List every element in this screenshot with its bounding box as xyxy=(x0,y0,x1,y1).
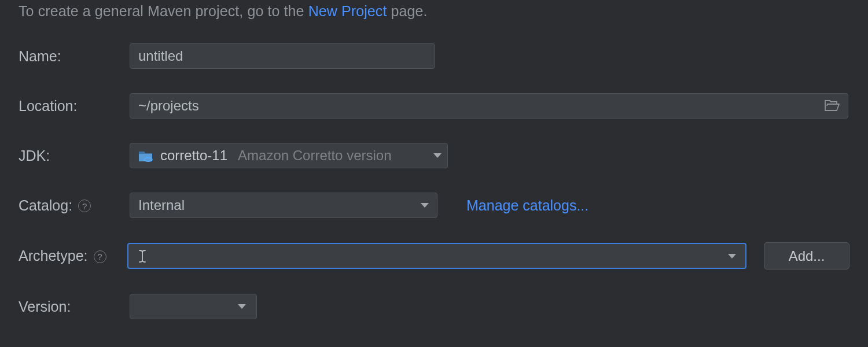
catalog-label: Catalog: ? xyxy=(19,197,130,214)
version-label: Version: xyxy=(19,298,130,315)
help-icon[interactable]: ? xyxy=(78,200,91,212)
chevron-down-icon xyxy=(421,203,429,208)
archetype-label: Archetype: ? xyxy=(19,248,127,264)
intro-text: To create a general Maven project, go to… xyxy=(19,1,849,21)
jdk-label: JDK: xyxy=(19,147,130,164)
catalog-dropdown[interactable]: Internal xyxy=(130,193,437,218)
location-input[interactable] xyxy=(130,93,848,119)
chevron-down-icon xyxy=(238,304,246,309)
add-button[interactable]: Add... xyxy=(764,242,849,270)
folder-open-icon[interactable] xyxy=(825,99,840,112)
version-dropdown[interactable] xyxy=(130,294,257,319)
manage-catalogs-link[interactable]: Manage catalogs... xyxy=(466,197,589,214)
intro-after: page. xyxy=(387,3,428,19)
intro-before: To create a general Maven project, go to… xyxy=(19,3,308,19)
jdk-folder-icon xyxy=(138,149,153,162)
help-icon[interactable]: ? xyxy=(94,250,106,263)
archetype-dropdown[interactable] xyxy=(127,243,746,269)
name-input[interactable] xyxy=(130,43,435,69)
location-input-text[interactable] xyxy=(138,98,825,114)
catalog-value: Internal xyxy=(138,197,185,213)
name-input-text[interactable] xyxy=(138,48,426,64)
jdk-dropdown[interactable]: corretto-11 Amazon Corretto version xyxy=(130,143,448,168)
jdk-detail: Amazon Corretto version xyxy=(238,147,391,164)
location-label: Location: xyxy=(19,98,130,115)
chevron-down-icon xyxy=(433,153,442,158)
new-project-link[interactable]: New Project xyxy=(308,3,387,19)
jdk-name: corretto-11 xyxy=(160,147,227,164)
text-cursor-icon xyxy=(138,249,147,264)
name-label: Name: xyxy=(19,48,130,65)
chevron-down-icon xyxy=(728,254,736,259)
